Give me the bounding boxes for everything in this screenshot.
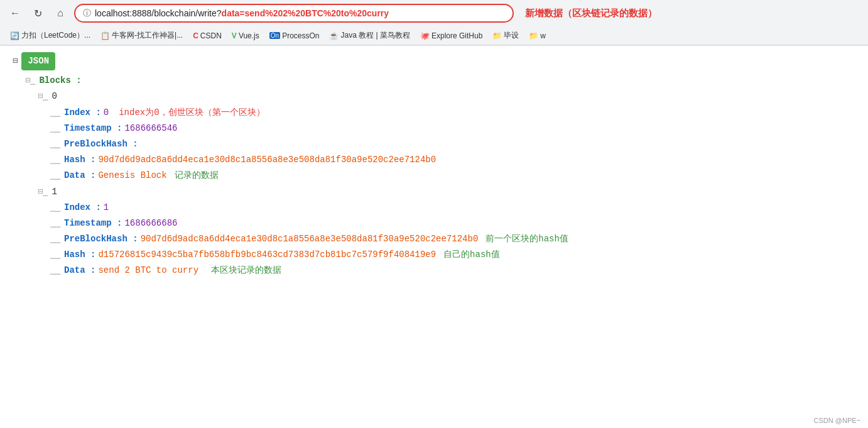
block0-index-key: Index : bbox=[64, 105, 101, 121]
block1-timestamp-row: ⎯⎯ Timestamp : 1686666686 bbox=[50, 216, 855, 231]
block1-section: ⊟⎯ 1 ⎯⎯ Index : 1 ⎯⎯ Timestamp : 1686666… bbox=[38, 184, 855, 279]
block0-timestamp-row: ⎯⎯ Timestamp : 1686666546 bbox=[50, 121, 855, 136]
b0-data-connector: ⎯⎯ bbox=[50, 168, 60, 184]
b0-pbh-connector: ⎯⎯ bbox=[50, 136, 60, 152]
block1-index-val: 1 bbox=[104, 200, 109, 216]
block0-header-row: ⊟⎯ 0 bbox=[38, 89, 855, 104]
block0-index-val: 0 bbox=[104, 105, 109, 121]
block1-index-row: ⎯⎯ Index : 1 bbox=[50, 200, 855, 216]
bookmark-processon[interactable]: On ProcessOn bbox=[266, 30, 323, 41]
bookmark-leetcode-label: 力扣（LeetCode）... bbox=[21, 30, 90, 41]
bookmark-runoob-label: Java 教程 | 菜鸟教程 bbox=[340, 30, 410, 41]
block0-hash-val: 90d7d6d9adc8a6dd4eca1e30d8c1a8556a8e3e50… bbox=[98, 152, 436, 168]
block1-index-key: Index : bbox=[64, 200, 101, 216]
back-button[interactable]: ← bbox=[6, 4, 24, 22]
block1-tree-connector: ⊟⎯ bbox=[38, 184, 48, 200]
bookmark-csdn-label: CSDN bbox=[200, 31, 222, 40]
b1-pbh-connector: ⎯⎯ bbox=[50, 231, 60, 247]
block1-hash-comment: 自己的hash值 bbox=[443, 247, 500, 263]
bookmarks-bar: 🔄 力扣（LeetCode）... 📋 牛客网-找工作神器|... C CSDN… bbox=[0, 26, 868, 45]
bookmark-processon-label: ProcessOn bbox=[282, 31, 319, 40]
bookmark-w-label: w bbox=[540, 31, 546, 40]
block0-preblockhash-key: PreBlockHash : bbox=[64, 136, 138, 152]
bookmark-w[interactable]: 📁 w bbox=[525, 30, 550, 41]
root-row: ⊟ JSON bbox=[13, 52, 855, 73]
block0-hash-row: ⎯⎯ Hash : 90d7d6d9adc8a6dd4eca1e30d8c1a8… bbox=[50, 152, 855, 168]
block0-preblockhash-row: ⎯⎯ PreBlockHash : bbox=[50, 136, 855, 152]
block1-hash-key: Hash : bbox=[64, 247, 95, 263]
block0-index-comment: index为0，创世区块（第一个区块） bbox=[119, 105, 264, 121]
block0-tree-connector: ⊟⎯ bbox=[38, 89, 48, 104]
block1-preblockhash-val: 90d7d6d9adc8a6dd4eca1e30d8c1a8556a8e3e50… bbox=[141, 231, 479, 247]
block0-data-row: ⎯⎯ Data : Genesis Block 记录的数据 bbox=[50, 168, 855, 184]
url-highlight: data=send%202%20BTC%20to%20curry bbox=[222, 8, 389, 18]
block0-data-comment: 记录的数据 bbox=[175, 168, 219, 184]
browser-chrome: ← ↻ ⌂ ⓘ localhost:8888/blockchain/write?… bbox=[0, 0, 868, 46]
new-data-label: 新增数据（区块链记录的数据） bbox=[525, 8, 657, 19]
biye-icon: 📁 bbox=[492, 31, 502, 40]
b1-index-connector: ⎯⎯ bbox=[50, 200, 60, 216]
block0-timestamp-val: 1686666546 bbox=[124, 121, 177, 136]
lock-icon: ⓘ bbox=[83, 8, 91, 19]
url-base: localhost:8888/blockchain/write? bbox=[95, 8, 222, 18]
block1-fields: ⎯⎯ Index : 1 ⎯⎯ Timestamp : 1686666686 ⎯… bbox=[50, 200, 855, 279]
browser-toolbar: ← ↻ ⌂ ⓘ localhost:8888/blockchain/write?… bbox=[0, 0, 868, 26]
runoob-icon: ☕ bbox=[329, 31, 339, 40]
blocks-tree-connector: ⊟⎯ bbox=[25, 73, 35, 89]
b1-ts-connector: ⎯⎯ bbox=[50, 216, 60, 231]
b1-hash-connector: ⎯⎯ bbox=[50, 247, 60, 263]
block1-data-key: Data : bbox=[64, 263, 95, 278]
block1-header-row: ⊟⎯ 1 bbox=[38, 184, 855, 200]
bookmark-csdn[interactable]: C CSDN bbox=[189, 30, 225, 41]
w-folder-icon: 📁 bbox=[529, 31, 538, 40]
b0-hash-connector: ⎯⎯ bbox=[50, 152, 60, 168]
block1-data-comment: 本区块记录的数据 bbox=[211, 263, 281, 278]
home-button[interactable]: ⌂ bbox=[52, 4, 69, 22]
block0-hash-key: Hash : bbox=[64, 152, 95, 168]
block1-timestamp-key: Timestamp : bbox=[64, 216, 122, 231]
bookmark-leetcode[interactable]: 🔄 力扣（LeetCode）... bbox=[6, 29, 94, 42]
block0-timestamp-key: Timestamp : bbox=[64, 121, 122, 136]
block1-preblockhash-row: ⎯⎯ PreBlockHash : 90d7d6d9adc8a6dd4eca1e… bbox=[50, 231, 855, 247]
b0-ts-connector: ⎯⎯ bbox=[50, 121, 60, 136]
block1-hash-row: ⎯⎯ Hash : d15726815c9439c5ba7fb658bfb9bc… bbox=[50, 247, 855, 263]
block1-hash-val: d15726815c9439c5ba7fb658bfb9bc8463cd7383… bbox=[98, 247, 436, 263]
blocks-row: ⊟⎯ Blocks : bbox=[25, 73, 855, 89]
block0-fields: ⎯⎯ Index : 0 index为0，创世区块（第一个区块） ⎯⎯ Time… bbox=[50, 105, 855, 184]
bookmark-biye-label: 毕设 bbox=[504, 30, 519, 41]
json-badge: JSON bbox=[21, 52, 55, 70]
processon-icon: On bbox=[269, 32, 280, 39]
block0-index-row: ⎯⎯ Index : 0 index为0，创世区块（第一个区块） bbox=[50, 105, 855, 121]
block1-data-val: send 2 BTC to curry bbox=[98, 263, 198, 278]
blocks-key: Blocks : bbox=[39, 73, 81, 89]
bookmark-biye[interactable]: 📁 毕设 bbox=[489, 29, 523, 42]
root-collapse[interactable]: ⊟ bbox=[13, 53, 18, 69]
url-text: localhost:8888/blockchain/write?data=sen… bbox=[95, 8, 505, 18]
bookmark-runoob[interactable]: ☕ Java 教程 | 菜鸟教程 bbox=[325, 29, 413, 42]
bookmark-nowcoder[interactable]: 📋 牛客网-找工作神器|... bbox=[97, 29, 187, 42]
b1-data-connector: ⎯⎯ bbox=[50, 263, 60, 278]
bookmark-nowcoder-label: 牛客网-找工作神器|... bbox=[112, 30, 183, 41]
nowcoder-icon: 📋 bbox=[100, 31, 110, 40]
block1-preblockhash-key: PreBlockHash : bbox=[64, 231, 138, 247]
github-icon: 🐙 bbox=[420, 31, 430, 40]
content-area: ⊟ JSON ⊟⎯ Blocks : ⊟⎯ 0 ⎯⎯ Index : 0 ind… bbox=[0, 46, 868, 285]
b0-index-connector: ⎯⎯ bbox=[50, 105, 60, 121]
bookmark-github[interactable]: 🐙 Explore GitHub bbox=[416, 30, 486, 41]
address-bar[interactable]: ⓘ localhost:8888/blockchain/write?data=s… bbox=[74, 4, 514, 23]
bookmark-github-label: Explore GitHub bbox=[431, 31, 482, 40]
block0-data-val: Genesis Block bbox=[98, 168, 166, 184]
blocks-section: ⊟⎯ Blocks : ⊟⎯ 0 ⎯⎯ Index : 0 index为0，创世… bbox=[25, 73, 855, 278]
bookmark-vuejs-label: Vue.js bbox=[239, 31, 259, 40]
block1-index: 1 bbox=[52, 184, 57, 200]
block1-preblockhash-comment: 前一个区块的hash值 bbox=[486, 231, 568, 247]
block1-timestamp-val: 1686666686 bbox=[124, 216, 177, 231]
block0-data-key: Data : bbox=[64, 168, 95, 184]
block0-section: ⊟⎯ 0 ⎯⎯ Index : 0 index为0，创世区块（第一个区块） ⎯⎯… bbox=[38, 89, 855, 184]
bookmark-vuejs[interactable]: V Vue.js bbox=[228, 30, 263, 41]
leetcode-icon: 🔄 bbox=[10, 31, 19, 40]
vuejs-icon: V bbox=[232, 31, 237, 40]
csdn-icon: C bbox=[193, 31, 198, 40]
reload-button[interactable]: ↻ bbox=[29, 4, 46, 22]
block0-index: 0 bbox=[52, 89, 57, 104]
